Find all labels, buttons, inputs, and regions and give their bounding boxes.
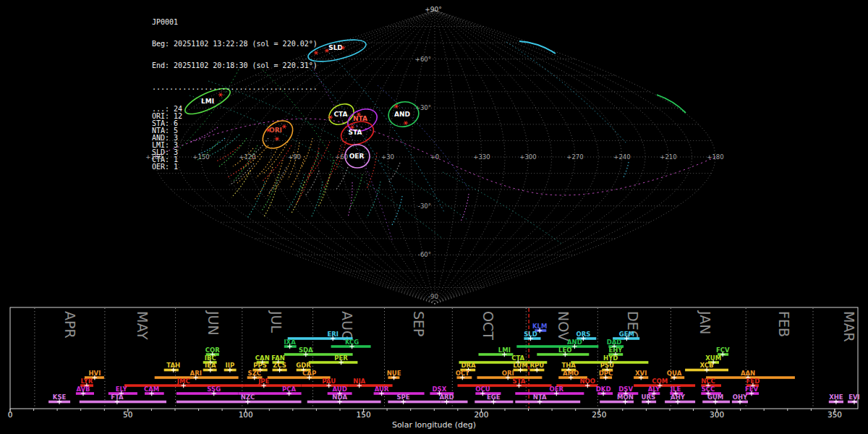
- axis-tick-label: 350: [827, 410, 842, 419]
- dec-tick-label: +60°: [415, 56, 431, 63]
- month-label: SEP: [411, 311, 427, 337]
- count-line: OER: 1: [152, 163, 318, 171]
- axis-tick-label: 250: [592, 410, 606, 419]
- shower-bar-per: [309, 361, 358, 364]
- radiant-label-sld: SLD: [328, 44, 343, 51]
- radiant-edge-arc: [657, 95, 686, 113]
- dec-tick-label: -60°: [418, 251, 431, 258]
- month-label: FEB: [776, 311, 792, 337]
- axis-title: Solar longitude (deg): [392, 420, 476, 430]
- radiant-edge-arc: [519, 41, 556, 54]
- month-label: NOV: [556, 311, 571, 341]
- shower-bar-nta: [515, 401, 580, 404]
- radiant-label-cta: CTA: [333, 111, 347, 118]
- south-pole-label: -90: [428, 293, 438, 300]
- radiant-label-and: AND: [394, 111, 410, 118]
- month-label: JAN: [697, 310, 713, 334]
- axis-tick-label: 100: [239, 410, 253, 419]
- ra-tick-label: +300: [519, 153, 536, 161]
- axis-tick-label: 50: [123, 410, 132, 419]
- month-label: OCT: [480, 311, 496, 340]
- month-label: APR: [62, 311, 78, 339]
- shower-bar-eri: [288, 337, 353, 340]
- ra-tick-label: +330: [473, 153, 490, 161]
- station-id: JP0001: [152, 19, 318, 26]
- axis-tick-label: 0: [8, 410, 13, 419]
- end-time-line: End: 20251102 20:18:30 (sol = 220.31°): [152, 62, 318, 69]
- month-label: MAY: [135, 311, 150, 340]
- shower-count-list: ...: 24ORI: 12STA: 6NTA: 5AND: 3LMI: 3SL…: [152, 106, 318, 171]
- shower-bar-cap: [268, 376, 331, 379]
- shower-bar-and: [516, 345, 598, 348]
- axis-tick-label: 200: [474, 410, 488, 419]
- month-label: JUN: [205, 310, 221, 336]
- shower-bar-nzc: [176, 401, 302, 404]
- month-label: AUG: [339, 311, 355, 341]
- activity-timeline: APRMAYJUNJULAUGSEPOCTNOVDECJANFEBMARKLME…: [8, 307, 860, 430]
- shower-row: KSEFTANZCNDASPEARDEGENTAMONURSAHYGUMOHYX…: [48, 393, 860, 404]
- info-panel: JP0001 Beg: 20251102 13:22:28 (sol = 220…: [152, 4, 318, 185]
- ra-tick-label: +210: [660, 153, 676, 161]
- axis-tick-label: 300: [710, 410, 724, 419]
- month-label: MAR: [841, 311, 857, 342]
- dec-tick-label: -30°: [418, 203, 431, 210]
- radiant-label-oer: OER: [349, 153, 365, 160]
- axis-tick-label: 150: [357, 410, 371, 419]
- shower-row: AVBELYCAMSSGPCAAUDAURDSXOCUOERDKDDSVALYJ…: [76, 386, 759, 396]
- begin-time-line: Beg: 20251102 13:22:28 (sol = 220.02°): [152, 41, 318, 48]
- ra-tick-label: +240: [613, 153, 630, 161]
- meteor-observation-screen: +180+150+120+90+60+30+0+330+300+270+240+…: [0, 0, 868, 434]
- sky-and-timeline-plot: +180+150+120+90+60+30+0+330+300+270+240+…: [0, 0, 868, 434]
- radiant-label-sta: STA: [349, 129, 362, 136]
- shower-bar-sta: [458, 384, 552, 387]
- separator-dots: ......................................: [152, 84, 318, 91]
- ra-tick-label: +270: [566, 153, 583, 161]
- month-label: JUL: [268, 310, 284, 333]
- north-pole-label: +90°: [425, 6, 442, 13]
- shower-bar-spe: [388, 401, 441, 404]
- shower-row: IXAKCGANDDAD: [284, 339, 624, 349]
- ra-tick-label: +30: [381, 153, 394, 161]
